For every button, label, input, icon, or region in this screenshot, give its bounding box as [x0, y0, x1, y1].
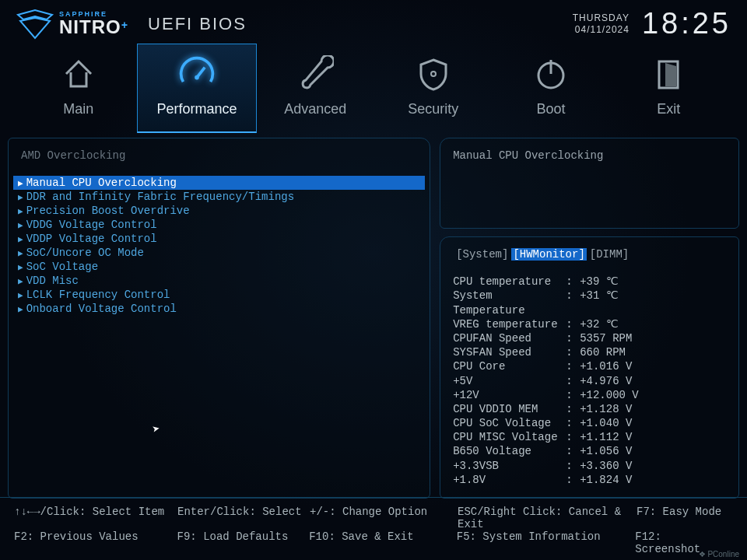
power-icon: [531, 54, 570, 93]
hint-save: F10: Save & Exit: [309, 530, 457, 555]
hw-sep: :: [566, 402, 580, 416]
hw-value: +1.128 V: [580, 402, 632, 416]
hw-value: +31 ℃: [580, 289, 619, 317]
hint-change: +/-: Change Option: [310, 506, 458, 530]
nav-performance[interactable]: Performance: [137, 44, 256, 133]
header: SAPPHIRE NITRO+ UEFI BIOS THURSDAY 04/11…: [0, 0, 747, 44]
gauge-icon: [177, 54, 216, 93]
menu-item-pbo[interactable]: ▶Precision Boost Overdrive: [13, 204, 425, 218]
menu-item-ddr-infinity[interactable]: ▶DDR and Infinity Fabric Frequency/Timin…: [13, 190, 425, 204]
hw-value: +1.040 V: [580, 416, 632, 430]
triangle-icon: ▶: [18, 276, 23, 286]
hw-row: B650 Voltage:+1.056 V: [453, 444, 726, 458]
triangle-icon: ▶: [18, 192, 23, 202]
uefi-title: UEFI BIOS: [148, 14, 247, 34]
triangle-icon: ▶: [18, 262, 23, 272]
nav-boot[interactable]: Boot: [492, 44, 609, 133]
hint-cancel: ESC/Right Click: Cancel & Exit: [458, 506, 637, 530]
hint-select: Enter/Click: Select: [177, 506, 310, 530]
menu-item-vdd-misc[interactable]: ▶VDD Misc: [13, 274, 425, 288]
triangle-icon: ▶: [18, 234, 23, 244]
hw-row: CPU MISC Voltage:+1.112 V: [453, 430, 726, 444]
hw-value: +1.016 V: [580, 359, 632, 373]
tab-dimm[interactable]: [DIMM]: [590, 248, 629, 261]
menu-item-soc-uncore[interactable]: ▶SoC/Uncore OC Mode: [13, 246, 425, 260]
brand-text: SAPPHIRE NITRO+: [59, 11, 128, 37]
menu-label: VDDG Voltage Control: [26, 219, 157, 231]
svg-marker-6: [665, 63, 676, 86]
hw-label: System Temperature: [453, 289, 566, 317]
triangle-icon: ▶: [18, 290, 23, 300]
hw-sep: :: [566, 374, 580, 388]
date: 04/11/2024: [573, 24, 630, 35]
menu-label: Manual CPU Overclocking: [26, 177, 177, 189]
hw-list: CPU temperature:+39 ℃System Temperature:…: [453, 275, 726, 487]
hw-row: SYSFAN Speed:660 RPM: [453, 345, 726, 359]
nav-label: Performance: [156, 101, 237, 117]
hw-value: 660 RPM: [580, 345, 626, 359]
nav-label: Exit: [657, 101, 680, 117]
tab-hwmonitor[interactable]: [HWMonitor]: [511, 248, 586, 261]
svg-point-2: [431, 72, 436, 76]
hint-defaults: F9: Load Defaults: [177, 530, 310, 555]
nav-label: Security: [408, 101, 458, 117]
hw-label: +12V: [453, 388, 566, 402]
nav: Main Performance Advanced Security Boot …: [0, 44, 747, 133]
hw-sep: :: [566, 345, 580, 359]
hw-value: +4.976 V: [580, 374, 632, 388]
menu-label: Onboard Voltage Control: [26, 303, 177, 315]
tab-system[interactable]: [System]: [456, 248, 508, 261]
hw-row: +12V:+12.000 V: [453, 388, 726, 402]
hw-sep: :: [566, 359, 580, 373]
triangle-icon: ▶: [18, 206, 23, 216]
footer: ↑↓←→/Click: Select Item Enter/Click: Sel…: [0, 497, 747, 560]
hw-value: +1.824 V: [580, 473, 632, 487]
menu-label: LCLK Frequency Control: [26, 289, 170, 301]
nav-exit[interactable]: Exit: [610, 44, 728, 133]
hw-row: System Temperature:+31 ℃: [453, 289, 726, 317]
hint-prev: F2: Previous Values: [14, 530, 177, 555]
nav-security[interactable]: Security: [374, 44, 492, 133]
hw-sep: :: [566, 459, 580, 473]
hw-row: +5V:+4.976 V: [453, 374, 726, 388]
menu-item-vddg[interactable]: ▶VDDG Voltage Control: [13, 218, 425, 232]
hw-row: CPU Core:+1.016 V: [453, 359, 726, 373]
menu-item-onboard-voltage[interactable]: ▶Onboard Voltage Control: [13, 302, 425, 316]
triangle-icon: ▶: [18, 248, 23, 258]
triangle-icon: ▶: [18, 220, 23, 230]
door-icon: [649, 54, 688, 93]
hw-value: +1.056 V: [580, 444, 632, 458]
footer-row-2: F2: Previous Values F9: Load Defaults F1…: [14, 530, 733, 555]
hw-value: +1.112 V: [580, 430, 632, 444]
hw-sep: :: [566, 317, 580, 331]
hw-label: CPU temperature: [453, 275, 566, 289]
hw-value: +3.360 V: [580, 459, 632, 473]
day-of-week: THURSDAY: [573, 12, 630, 23]
menu-item-manual-cpu-oc[interactable]: ▶Manual CPU Overclocking: [13, 176, 425, 190]
hw-label: CPUFAN Speed: [453, 331, 566, 345]
nav-main[interactable]: Main: [19, 44, 137, 133]
hw-label: CPU SoC Voltage: [453, 416, 566, 430]
hw-sep: :: [566, 473, 580, 487]
menu-item-soc-voltage[interactable]: ▶SoC Voltage: [13, 260, 425, 274]
hw-value: +39 ℃: [580, 275, 619, 289]
brand-name: NITRO: [59, 16, 121, 37]
hw-label: SYSFAN Speed: [453, 345, 566, 359]
hw-row: VREG temperature:+32 ℃: [453, 317, 726, 331]
hw-sep: :: [566, 289, 580, 317]
hw-label: CPU MISC Voltage: [453, 430, 566, 444]
hw-value: 5357 RPM: [580, 331, 632, 345]
nav-advanced[interactable]: Advanced: [257, 44, 374, 133]
hw-sep: :: [566, 388, 580, 402]
brand-line: NITRO+: [59, 18, 128, 37]
footer-row-1: ↑↓←→/Click: Select Item Enter/Click: Sel…: [14, 506, 733, 530]
menu-item-lclk[interactable]: ▶LCLK Frequency Control: [13, 288, 425, 302]
hw-row: CPUFAN Speed:5357 RPM: [453, 331, 726, 345]
content: AMD Overclocking ▶Manual CPU Overclockin…: [0, 133, 747, 499]
hw-value: +12.000 V: [580, 388, 639, 402]
help-box: Manual CPU Overclocking: [440, 138, 739, 229]
hwmonitor-box: [System] [HWMonitor] [DIMM] CPU temperat…: [440, 236, 739, 499]
hw-label: VREG temperature: [453, 317, 566, 331]
menu-item-vddp[interactable]: ▶VDDP Voltage Control: [13, 232, 425, 246]
logo-area: SAPPHIRE NITRO+ UEFI BIOS: [16, 9, 247, 40]
